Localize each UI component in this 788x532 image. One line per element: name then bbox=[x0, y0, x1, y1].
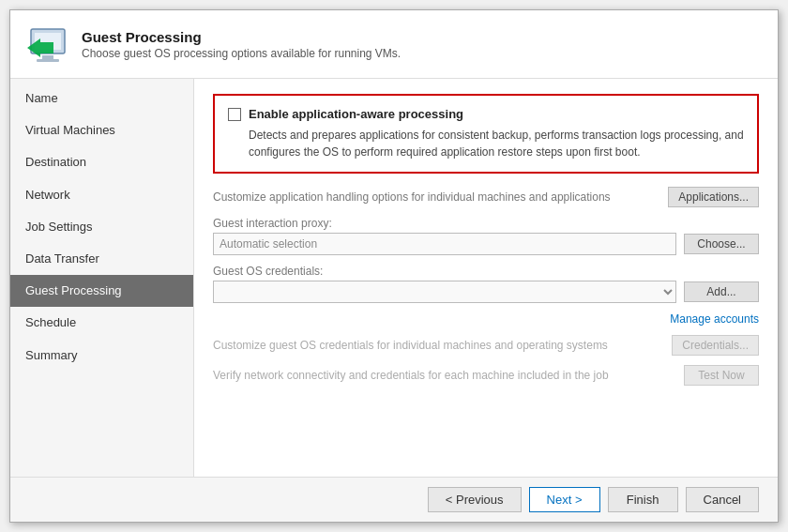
dialog-subtitle: Choose guest OS processing options avail… bbox=[82, 47, 401, 60]
enable-checkbox-desc: Detects and prepares applications for co… bbox=[249, 127, 744, 160]
guest-os-credentials-group: Guest OS credentials: Add... bbox=[213, 265, 759, 303]
sidebar-item-name[interactable]: Name bbox=[10, 83, 193, 114]
sidebar-item-job-settings[interactable]: Job Settings bbox=[10, 211, 193, 243]
guest-interaction-proxy-label: Guest interaction proxy: bbox=[213, 217, 759, 230]
finish-button[interactable]: Finish bbox=[608, 487, 678, 512]
guest-interaction-proxy-row: Choose... bbox=[213, 233, 759, 255]
customize-applications-row: Customize application handling options f… bbox=[213, 187, 759, 207]
customize-credentials-row: Customize guest OS credentials for indiv… bbox=[213, 335, 759, 356]
guest-os-credentials-label: Guest OS credentials: bbox=[213, 265, 759, 278]
sidebar: Name Virtual Machines Destination Networ… bbox=[10, 79, 194, 477]
customize-credentials-label: Customize guest OS credentials for indiv… bbox=[213, 339, 664, 352]
verify-row: Verify network connectivity and credenti… bbox=[213, 365, 759, 386]
credentials-button: Credentials... bbox=[672, 335, 759, 356]
sidebar-item-network[interactable]: Network bbox=[10, 179, 193, 211]
dialog: Guest Processing Choose guest OS process… bbox=[9, 9, 779, 523]
guest-interaction-proxy-group: Guest interaction proxy: Choose... bbox=[213, 217, 759, 255]
enable-checkbox-label: Enable application-aware processing bbox=[249, 107, 463, 121]
manage-accounts-link[interactable]: Manage accounts bbox=[670, 312, 759, 326]
sidebar-item-summary[interactable]: Summary bbox=[10, 340, 193, 372]
svg-rect-2 bbox=[42, 55, 53, 59]
svg-rect-3 bbox=[37, 59, 59, 62]
customize-applications-label: Customize application handling options f… bbox=[213, 190, 668, 204]
next-button[interactable]: Next > bbox=[529, 487, 600, 512]
applications-button[interactable]: Applications... bbox=[668, 187, 759, 207]
enable-checkbox[interactable] bbox=[228, 108, 241, 121]
dialog-footer: < Previous Next > Finish Cancel bbox=[10, 477, 778, 522]
manage-accounts-row: Manage accounts bbox=[213, 312, 759, 326]
main-content: Enable application-aware processing Dete… bbox=[194, 79, 778, 477]
sidebar-item-schedule[interactable]: Schedule bbox=[10, 307, 193, 339]
guest-os-credentials-select[interactable] bbox=[213, 281, 676, 303]
guest-os-credentials-row: Add... bbox=[213, 281, 759, 303]
dialog-body: Name Virtual Machines Destination Networ… bbox=[10, 79, 778, 477]
guest-processing-icon bbox=[25, 22, 70, 67]
dialog-header: Guest Processing Choose guest OS process… bbox=[10, 10, 778, 79]
sidebar-item-guest-processing[interactable]: Guest Processing bbox=[10, 275, 193, 307]
verify-label: Verify network connectivity and credenti… bbox=[213, 369, 676, 382]
cancel-button[interactable]: Cancel bbox=[686, 487, 759, 512]
guest-interaction-proxy-input[interactable] bbox=[213, 233, 676, 255]
sidebar-item-virtual-machines[interactable]: Virtual Machines bbox=[10, 114, 193, 146]
dialog-title: Guest Processing bbox=[82, 29, 401, 45]
enable-checkbox-header: Enable application-aware processing bbox=[228, 107, 744, 121]
enable-application-aware-box: Enable application-aware processing Dete… bbox=[213, 94, 759, 174]
previous-button[interactable]: < Previous bbox=[428, 487, 522, 512]
add-button[interactable]: Add... bbox=[684, 281, 759, 302]
sidebar-item-destination[interactable]: Destination bbox=[10, 146, 193, 178]
choose-button[interactable]: Choose... bbox=[684, 234, 759, 254]
test-now-button: Test Now bbox=[684, 365, 759, 386]
dialog-header-text: Guest Processing Choose guest OS process… bbox=[82, 29, 401, 60]
sidebar-item-data-transfer[interactable]: Data Transfer bbox=[10, 243, 193, 275]
